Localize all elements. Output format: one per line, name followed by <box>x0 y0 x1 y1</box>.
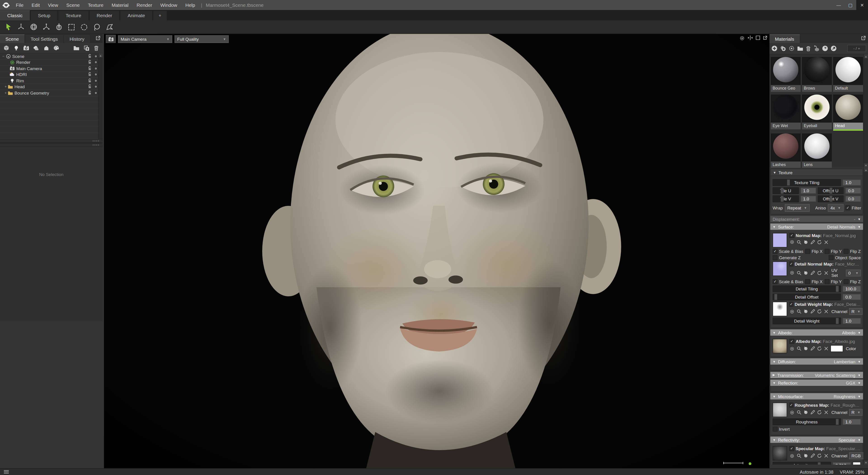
map-edit-icon[interactable] <box>810 410 815 415</box>
tab-materials[interactable]: Materials <box>770 34 800 43</box>
translate-tool-icon[interactable] <box>16 22 26 32</box>
scroll-up-icon[interactable]: ▲ <box>864 54 868 58</box>
undock-panel-icon[interactable] <box>861 35 866 41</box>
detail-scale-bias-checkbox[interactable]: ✓ <box>773 279 778 284</box>
tree-row-bounce-geometry[interactable]: + Bounce Geometry <box>0 90 98 96</box>
scroll-up-icon[interactable]: ▲ <box>864 168 868 172</box>
scroll-down-icon[interactable]: ▼ <box>864 163 868 168</box>
specular-map-checkbox[interactable]: ✓ <box>789 446 794 451</box>
map-clear-icon[interactable] <box>824 240 829 244</box>
chevron-down-icon[interactable]: ▼ <box>858 381 861 384</box>
offset-v-slider[interactable]: Offset V <box>817 196 844 202</box>
map-edit-icon[interactable] <box>810 240 815 244</box>
duplicate-material-icon[interactable] <box>780 45 786 52</box>
add-backdrop-icon[interactable] <box>41 44 51 52</box>
tab-add-button[interactable]: + <box>153 11 166 20</box>
menu-edit[interactable]: Edit <box>28 0 44 10</box>
map-settings-gear-icon[interactable] <box>789 346 795 351</box>
map-settings-gear-icon[interactable] <box>789 453 795 458</box>
map-reload-icon[interactable] <box>817 270 822 275</box>
map-clear-icon[interactable] <box>824 410 829 415</box>
map-reload-icon[interactable] <box>817 346 822 351</box>
map-reload-icon[interactable] <box>817 309 822 314</box>
viewport-settings-gear-icon[interactable] <box>739 35 745 41</box>
menu-view[interactable]: View <box>44 0 62 10</box>
visibility-eye-icon[interactable] <box>93 91 98 95</box>
diffusion-header[interactable]: ▼ Diffusion: Lambertian ▼ <box>770 358 863 365</box>
tab-history[interactable]: History <box>64 35 90 43</box>
tab-animate[interactable]: Animate <box>120 11 152 20</box>
roughness-value[interactable]: 1.0 <box>843 419 861 425</box>
chevron-down-icon[interactable]: ▼ <box>858 360 861 363</box>
detail-tiling-value[interactable]: 100.0 <box>843 286 861 292</box>
detail-weight-value[interactable]: 1.0 <box>843 318 861 324</box>
visibility-eye-icon[interactable] <box>93 85 98 89</box>
map-settings-gear-icon[interactable] <box>789 309 795 314</box>
material-eye-wet[interactable]: Eye Wet <box>771 93 801 131</box>
map-search-icon[interactable] <box>797 410 802 415</box>
wrap-dropdown[interactable]: Repeat ▼ <box>784 204 810 212</box>
detail-flip-x-checkbox[interactable]: ✓ <box>805 279 810 284</box>
flip-z-checkbox[interactable]: ✓ <box>844 249 848 254</box>
chevron-down-icon[interactable]: ▼ <box>858 374 861 377</box>
texture-section-header[interactable]: ▼ Texture <box>770 169 863 176</box>
viewport[interactable]: Main Camera ▼ Full Quality ▼ <box>104 34 770 468</box>
map-settings-gear-icon[interactable] <box>789 239 795 245</box>
refresh-thumbnails-icon[interactable] <box>822 45 828 52</box>
flip-y-checkbox[interactable]: ✓ <box>825 249 830 254</box>
map-preview-icon[interactable] <box>803 346 808 351</box>
scale-tool-icon[interactable] <box>41 22 52 32</box>
albedo-map-checkbox[interactable]: ✓ <box>789 339 794 344</box>
tile-u-value[interactable]: 1.0 <box>800 188 816 194</box>
delete-icon[interactable] <box>92 44 101 52</box>
map-search-icon[interactable] <box>797 240 802 244</box>
specular-map-thumbnail[interactable] <box>773 446 787 461</box>
polygon-select-tool-icon[interactable] <box>104 22 115 32</box>
chevron-down-icon[interactable]: ▼ <box>858 438 861 441</box>
tab-render[interactable]: Render <box>89 11 119 20</box>
channel-dropdown[interactable]: R ▼ <box>849 409 863 416</box>
lock-icon[interactable] <box>87 60 93 65</box>
albedo-color-swatch[interactable] <box>831 345 843 352</box>
filter-checkbox[interactable]: ✓ <box>845 205 850 210</box>
map-edit-icon[interactable] <box>810 346 815 351</box>
object-space-checkbox[interactable]: ✓ <box>829 255 834 260</box>
map-search-icon[interactable] <box>797 309 802 314</box>
undock-panel-icon[interactable] <box>95 35 101 41</box>
tile-v-slider[interactable]: Tile V <box>773 196 799 202</box>
assign-material-icon[interactable] <box>813 45 819 52</box>
menu-render[interactable]: Render <box>132 0 156 10</box>
menu-window[interactable]: Window <box>156 0 181 10</box>
map-edit-icon[interactable] <box>810 309 815 314</box>
viewport-maximize-icon[interactable] <box>755 35 761 41</box>
new-material-icon[interactable] <box>771 45 778 52</box>
tab-tool-settings[interactable]: Tool Settings <box>25 35 63 43</box>
map-preview-icon[interactable] <box>803 453 808 458</box>
material-bounce-geo[interactable]: Bounce Geo <box>771 56 801 92</box>
camera-dropdown[interactable]: Main Camera ▼ <box>118 35 172 43</box>
map-settings-gear-icon[interactable] <box>789 410 795 415</box>
viewport-camera-icon[interactable] <box>106 35 116 43</box>
tab-classic[interactable]: Classic <box>0 10 30 20</box>
map-edit-icon[interactable] <box>810 270 815 275</box>
albedo-map-thumbnail[interactable] <box>773 339 787 353</box>
material-default[interactable]: Default <box>833 56 863 92</box>
reflection-header[interactable]: ▼ Reflection: GGX ▼ <box>770 380 863 386</box>
menu-material[interactable]: Material <box>107 0 133 10</box>
transmission-header[interactable]: ▶ Transmission: Volumetric Scattering ▼ <box>770 372 863 378</box>
map-clear-icon[interactable] <box>824 453 829 458</box>
tile-v-value[interactable]: 1.0 <box>800 196 816 202</box>
offset-u-value[interactable]: 0.0 <box>845 188 861 194</box>
tree-row-scene[interactable]: − Scene <box>0 53 98 59</box>
chevron-down-icon[interactable]: ▼ <box>858 217 861 220</box>
roughness-map-checkbox[interactable]: ✓ <box>789 403 793 408</box>
map-search-icon[interactable] <box>797 453 802 458</box>
material-brows[interactable]: Brows <box>802 56 832 92</box>
panel-splitter[interactable] <box>0 139 103 143</box>
map-preview-icon[interactable] <box>803 309 808 314</box>
visibility-eye-icon[interactable] <box>93 72 98 77</box>
chevron-down-icon[interactable]: ▼ <box>858 395 861 398</box>
aniso-dropdown[interactable]: 4x ▼ <box>828 204 844 212</box>
lock-icon[interactable] <box>87 90 93 95</box>
map-reload-icon[interactable] <box>817 453 822 458</box>
